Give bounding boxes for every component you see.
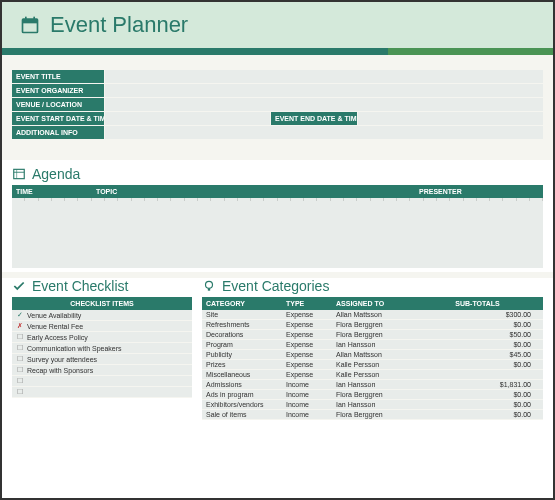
start-date-field[interactable] bbox=[105, 112, 270, 125]
svg-rect-3 bbox=[33, 17, 35, 20]
category-cell-category: Decorations bbox=[206, 331, 286, 338]
category-cell-assigned: Allan Mattsson bbox=[336, 351, 416, 358]
category-cell-category: Site bbox=[206, 311, 286, 318]
event-details-block: EVENT TITLE EVENT ORGANIZER VENUE / LOCA… bbox=[2, 65, 553, 150]
accent-bar bbox=[2, 48, 553, 55]
checklist-row[interactable]: ☐Survey your attendees bbox=[12, 354, 192, 365]
category-cell-assigned: Flora Berggren bbox=[336, 391, 416, 398]
category-cell-sub: $0.00 bbox=[416, 391, 539, 398]
category-cell-type: Income bbox=[286, 391, 336, 398]
event-title-label: EVENT TITLE bbox=[12, 70, 104, 83]
agenda-grid[interactable] bbox=[12, 198, 543, 268]
checklist-item-text: Communication with Speakers bbox=[25, 345, 122, 352]
agenda-col-topic: TOPIC bbox=[96, 188, 419, 195]
category-row[interactable]: RefreshmentsExpenseFlora Berggren$0.00 bbox=[202, 320, 543, 330]
end-date-field[interactable] bbox=[358, 112, 543, 125]
additional-info-field[interactable] bbox=[105, 126, 543, 139]
checklist-section: Event Checklist CHECKLIST ITEMS ✓Venue A… bbox=[12, 278, 192, 420]
categories-table-header: CATEGORY TYPE ASSIGNED TO SUB-TOTALS bbox=[202, 297, 543, 310]
checklist-row[interactable]: ☐Early Access Policy bbox=[12, 332, 192, 343]
category-cell-sub: $1,831.00 bbox=[416, 381, 539, 388]
category-row[interactable]: Sale of itemsIncomeFlora Berggren$0.00 bbox=[202, 410, 543, 420]
category-cell-category: Program bbox=[206, 341, 286, 348]
category-row[interactable]: DecorationsExpenseFlora Berggren$50.00 bbox=[202, 330, 543, 340]
checklist-row[interactable]: ☐Recap with Sponsors bbox=[12, 365, 192, 376]
category-cell-category: Refreshments bbox=[206, 321, 286, 328]
category-row[interactable]: SiteExpenseAllan Mattsson$300.00 bbox=[202, 310, 543, 320]
event-organizer-label: EVENT ORGANIZER bbox=[12, 84, 104, 97]
event-title-field[interactable] bbox=[105, 70, 543, 83]
category-cell-category: Miscellaneous bbox=[206, 371, 286, 378]
start-date-label: EVENT START DATE & TIME bbox=[12, 112, 104, 125]
category-cell-assigned: Kalle Persson bbox=[336, 371, 416, 378]
category-cell-category: Sale of items bbox=[206, 411, 286, 418]
category-cell-category: Admissions bbox=[206, 381, 286, 388]
category-row[interactable]: MiscellaneousExpenseKalle Persson bbox=[202, 370, 543, 380]
page-header: Event Planner bbox=[2, 2, 553, 48]
checkmark-icon bbox=[12, 279, 26, 293]
checkbox-icon[interactable]: ☐ bbox=[15, 366, 25, 374]
checklist-item-text: Early Access Policy bbox=[25, 334, 88, 341]
check-icon[interactable]: ✓ bbox=[15, 311, 25, 319]
categories-section: Event Categories CATEGORY TYPE ASSIGNED … bbox=[202, 278, 543, 420]
calendar-icon bbox=[20, 15, 40, 35]
category-row[interactable]: Exhibitors/vendorsIncomeIan Hansson$0.00 bbox=[202, 400, 543, 410]
checkbox-icon[interactable]: ☐ bbox=[15, 377, 25, 385]
category-cell-assigned: Flora Berggren bbox=[336, 321, 416, 328]
x-icon[interactable]: ✗ bbox=[15, 322, 25, 330]
agenda-table-header: TIME TOPIC PRESENTER bbox=[12, 185, 543, 198]
checklist-row[interactable]: ✓Venue Availability bbox=[12, 310, 192, 321]
agenda-heading: Agenda bbox=[32, 166, 80, 182]
svg-rect-4 bbox=[14, 169, 25, 178]
category-cell-type: Expense bbox=[286, 371, 336, 378]
checklist-item-text: Recap with Sponsors bbox=[25, 367, 93, 374]
checklist-row[interactable]: ☐Communication with Speakers bbox=[12, 343, 192, 354]
checkbox-icon[interactable]: ☐ bbox=[15, 344, 25, 352]
category-cell-type: Income bbox=[286, 401, 336, 408]
venue-field[interactable] bbox=[105, 98, 543, 111]
category-cell-sub: $50.00 bbox=[416, 331, 539, 338]
category-cell-category: Ads in program bbox=[206, 391, 286, 398]
venue-label: VENUE / LOCATION bbox=[12, 98, 104, 111]
page-title: Event Planner bbox=[50, 12, 188, 38]
checkbox-icon[interactable]: ☐ bbox=[15, 388, 25, 396]
category-cell-assigned: Flora Berggren bbox=[336, 411, 416, 418]
category-cell-type: Expense bbox=[286, 321, 336, 328]
category-cell-type: Expense bbox=[286, 331, 336, 338]
checklist-item-text: Survey your attendees bbox=[25, 356, 97, 363]
category-cell-type: Expense bbox=[286, 311, 336, 318]
event-organizer-field[interactable] bbox=[105, 84, 543, 97]
category-cell-sub: $0.00 bbox=[416, 361, 539, 368]
category-cell-sub: $45.00 bbox=[416, 351, 539, 358]
checklist-row[interactable]: ☐ bbox=[12, 376, 192, 387]
categories-heading: Event Categories bbox=[222, 278, 329, 294]
checklist-row[interactable]: ✗Venue Rental Fee bbox=[12, 321, 192, 332]
category-cell-type: Expense bbox=[286, 361, 336, 368]
category-cell-assigned: Allan Mattsson bbox=[336, 311, 416, 318]
checklist-col-header: CHECKLIST ITEMS bbox=[12, 297, 192, 310]
category-cell-sub: $0.00 bbox=[416, 411, 539, 418]
category-cell-assigned: Flora Berggren bbox=[336, 331, 416, 338]
category-cell-assigned: Ian Hansson bbox=[336, 401, 416, 408]
cat-col-type: TYPE bbox=[286, 300, 336, 307]
cat-col-assigned: ASSIGNED TO bbox=[336, 300, 416, 307]
checkbox-icon[interactable]: ☐ bbox=[15, 333, 25, 341]
category-row[interactable]: Ads in programIncomeFlora Berggren$0.00 bbox=[202, 390, 543, 400]
category-cell-assigned: Kalle Persson bbox=[336, 361, 416, 368]
category-cell-sub: $0.00 bbox=[416, 341, 539, 348]
checklist-item-text: Venue Rental Fee bbox=[25, 323, 83, 330]
checklist-row[interactable]: ☐ bbox=[12, 387, 192, 398]
checkbox-icon[interactable]: ☐ bbox=[15, 355, 25, 363]
category-row[interactable]: AdmissionsIncomeIan Hansson$1,831.00 bbox=[202, 380, 543, 390]
svg-rect-2 bbox=[25, 17, 27, 20]
agenda-col-time: TIME bbox=[16, 188, 96, 195]
bulb-icon bbox=[202, 279, 216, 293]
agenda-col-presenter: PRESENTER bbox=[419, 188, 539, 195]
category-cell-sub: $300.00 bbox=[416, 311, 539, 318]
category-row[interactable]: PublicityExpenseAllan Mattsson$45.00 bbox=[202, 350, 543, 360]
category-row[interactable]: ProgramExpenseIan Hansson$0.00 bbox=[202, 340, 543, 350]
category-cell-sub: $0.00 bbox=[416, 401, 539, 408]
category-cell-assigned: Ian Hansson bbox=[336, 381, 416, 388]
category-row[interactable]: PrizesExpenseKalle Persson$0.00 bbox=[202, 360, 543, 370]
checklist-heading: Event Checklist bbox=[32, 278, 128, 294]
